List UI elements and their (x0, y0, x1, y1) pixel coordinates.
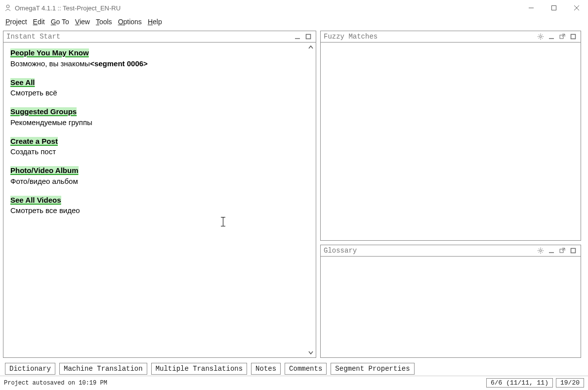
glossary-panel-header: Glossary (321, 245, 581, 256)
svg-line-15 (542, 35, 543, 35)
svg-line-14 (539, 38, 539, 39)
segment-source: Suggested Groups (10, 107, 77, 116)
editor-panel-title: Instant Start (6, 33, 60, 41)
svg-line-13 (542, 38, 543, 39)
segment-source: Photo/Video Album (10, 166, 79, 174)
panel-minimize-icon[interactable] (547, 32, 556, 41)
right-column: Fuzzy Matches Glossary (320, 31, 581, 359)
panel-maximize-icon[interactable] (569, 32, 578, 41)
window-title: OmegaT 4.1.1 :: Test-Project_EN-RU (15, 4, 121, 12)
panel-undock-icon[interactable] (558, 246, 567, 255)
panel-settings-icon[interactable] (536, 32, 545, 41)
svg-line-28 (542, 249, 543, 249)
segment-source: Create a Post (10, 137, 58, 145)
segment-4[interactable]: Photo/Video Album Фото/видео альбом (10, 165, 309, 187)
tab-comments[interactable]: Comments (285, 363, 327, 375)
svg-point-7 (540, 36, 542, 38)
status-progress: 6/6 (11/11, 11) (486, 378, 553, 388)
status-count: 19/20 (556, 378, 584, 388)
fuzzy-matches-panel: Fuzzy Matches (320, 31, 581, 241)
fuzzy-body[interactable] (321, 42, 581, 240)
segment-target: Создать пост (10, 146, 309, 157)
tab-notes[interactable]: Notes (251, 363, 281, 375)
segment-source: See All Videos (10, 196, 61, 204)
panel-maximize-icon[interactable] (304, 32, 313, 41)
editor-panel-header: Instant Start (3, 31, 316, 42)
svg-rect-32 (571, 249, 576, 253)
segment-5[interactable]: See All Videos Смотреть все видео (10, 195, 309, 217)
menu-options[interactable]: Options (116, 17, 144, 27)
svg-line-25 (539, 249, 539, 249)
svg-point-0 (6, 5, 9, 8)
segment-target: Смотреть всё (10, 87, 309, 98)
window-controls (520, 0, 588, 16)
svg-rect-6 (306, 35, 311, 39)
tab-segment-properties[interactable]: Segment Properties (331, 363, 414, 375)
svg-rect-30 (560, 249, 563, 253)
tab-multiple-translations[interactable]: Multiple Translations (151, 363, 247, 375)
menu-bar: Project Edit Go To View Tools Options He… (0, 16, 588, 28)
svg-line-12 (539, 35, 539, 35)
panel-settings-icon[interactable] (536, 246, 545, 255)
menu-project[interactable]: Project (3, 17, 30, 27)
scroll-up-icon[interactable] (307, 43, 315, 51)
app-icon (4, 4, 12, 12)
segment-2[interactable]: Suggested Groups Рекомендуемые группы (10, 106, 309, 128)
maximize-button[interactable] (543, 0, 565, 16)
glossary-panel-title: Glossary (324, 247, 357, 255)
scroll-down-icon[interactable] (307, 348, 315, 356)
segment-source: See All (10, 78, 35, 87)
bottom-tabs: Dictionary Machine Translation Multiple … (0, 362, 588, 376)
status-autosave: Project autosaved on 10:19 PM (4, 380, 107, 387)
panel-minimize-icon[interactable] (293, 32, 302, 41)
workspace: Instant Start People You May Know Возмож… (0, 28, 588, 362)
svg-line-27 (539, 252, 539, 253)
fuzzy-panel-header: Fuzzy Matches (321, 31, 581, 42)
svg-rect-2 (552, 6, 556, 10)
fuzzy-panel-title: Fuzzy Matches (324, 33, 378, 41)
segment-0[interactable]: People You May Know Возможно, вы знакомы… (10, 47, 309, 69)
segment-3[interactable]: Create a Post Создать пост (10, 136, 309, 158)
segment-target: Рекомендуемые группы (10, 117, 309, 128)
text-caret (223, 217, 223, 226)
status-bar: Project autosaved on 10:19 PM 6/6 (11/11… (0, 376, 588, 390)
tab-dictionary[interactable]: Dictionary (5, 363, 55, 375)
text-caret-bottom (221, 226, 225, 226)
segment-target: Смотреть все видео (10, 205, 309, 216)
editor-panel: Instant Start People You May Know Возмож… (3, 31, 316, 358)
close-button[interactable] (565, 0, 588, 16)
panel-undock-icon[interactable] (558, 32, 567, 41)
segment-marker: <segment 0006> (90, 59, 148, 68)
segment-source: People You May Know (10, 48, 89, 57)
editor-body[interactable]: People You May Know Возможно, вы знакомы… (3, 42, 316, 357)
svg-point-20 (540, 250, 542, 252)
panel-minimize-icon[interactable] (547, 246, 556, 255)
menu-tools[interactable]: Tools (93, 17, 115, 27)
menu-goto[interactable]: Go To (48, 17, 72, 27)
title-bar: OmegaT 4.1.1 :: Test-Project_EN-RU (0, 0, 588, 16)
menu-edit[interactable]: Edit (31, 17, 47, 27)
svg-rect-17 (560, 35, 563, 39)
svg-rect-19 (571, 35, 576, 39)
panel-maximize-icon[interactable] (569, 246, 578, 255)
segment-target: Возможно, вы знакомы<segment 0006> (10, 58, 309, 69)
glossary-panel: Glossary (320, 245, 581, 358)
segment-1[interactable]: See All Смотреть всё (10, 77, 309, 99)
svg-line-26 (542, 252, 543, 253)
glossary-body[interactable] (321, 256, 581, 357)
segment-target: Фото/видео альбом (10, 176, 309, 187)
tab-machine-translation[interactable]: Machine Translation (59, 363, 147, 375)
menu-view[interactable]: View (73, 17, 92, 27)
menu-help[interactable]: Help (145, 17, 165, 27)
minimize-button[interactable] (520, 0, 543, 16)
